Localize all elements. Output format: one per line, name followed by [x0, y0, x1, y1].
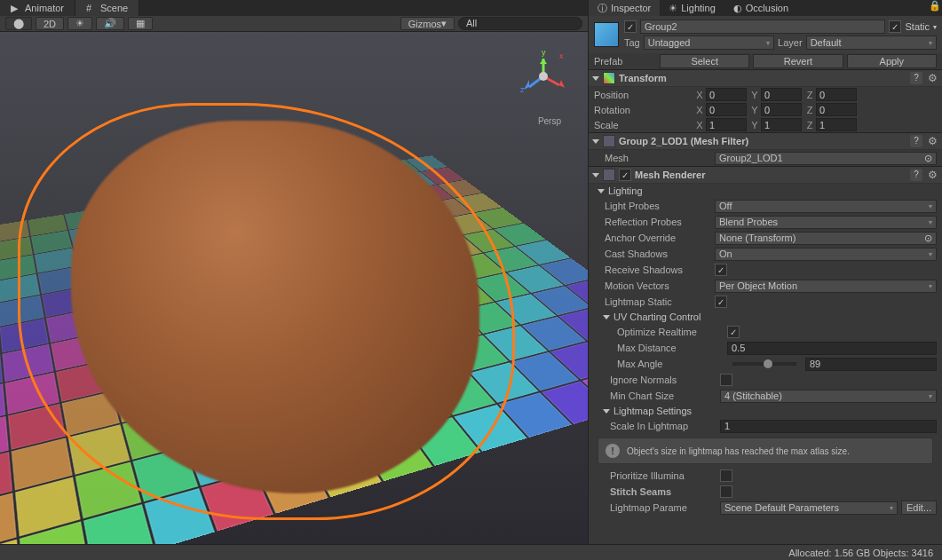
renderer-icon	[603, 169, 615, 181]
optrt-checkbox[interactable]	[727, 326, 740, 338]
maxdist-field[interactable]	[727, 342, 937, 355]
recvshadows-checkbox[interactable]	[715, 264, 727, 276]
lm-foldout[interactable]	[603, 409, 610, 414]
ignnorm-checkbox[interactable]	[720, 374, 732, 386]
warn-text: Object's size in lightmap has reached th…	[627, 446, 850, 456]
mesh-picker-icon[interactable]: ⊙	[924, 153, 932, 164]
pos-y-ax: Y	[748, 90, 761, 100]
rotation-label: Rotation	[594, 105, 692, 115]
prefab-apply-button[interactable]: Apply	[847, 54, 937, 68]
castshadows-label: Cast Shadows	[605, 248, 711, 259]
prefab-revert-button[interactable]: Revert	[753, 54, 843, 68]
prefab-apply-label: Apply	[880, 56, 905, 67]
animator-icon: ▶	[11, 3, 21, 13]
shaded-dropdown[interactable]: ⬤	[5, 17, 32, 30]
prefab-select-button[interactable]: Select	[660, 54, 749, 68]
scene-viewport[interactable]: x y z Persp	[0, 32, 588, 544]
tag-dropdown[interactable]: Untagged	[644, 35, 774, 50]
lighting-toggle[interactable]: ☀	[67, 17, 92, 30]
fx-dropdown[interactable]: ▦	[128, 17, 153, 30]
inspector-lock[interactable]: 🔒	[928, 0, 942, 14]
projection-label[interactable]: Persp	[538, 116, 561, 126]
tab-inspector[interactable]: ⓘInspector	[589, 0, 660, 16]
transform-title: Transform	[619, 73, 906, 83]
lmparams-dropdown[interactable]: Scene Default Parameters	[720, 501, 898, 515]
transform-foldout[interactable]	[592, 76, 599, 81]
prio-label: Prioritize Illumina	[610, 470, 716, 481]
scene-search[interactable]: All	[458, 17, 582, 30]
lightprobes-label: Light Probes	[605, 201, 711, 211]
active-checkbox[interactable]	[624, 20, 637, 33]
lightprobes-dropdown[interactable]: Off	[715, 200, 937, 213]
rotation-x[interactable]	[706, 103, 747, 116]
position-x[interactable]	[706, 88, 747, 101]
scl-x-ax: X	[693, 120, 706, 130]
rotation-z[interactable]	[816, 103, 857, 116]
prio-checkbox[interactable]	[720, 469, 732, 482]
renderer-menu[interactable]: ⚙	[926, 169, 938, 181]
status-bar: Allocated: 1.56 GB Objects: 3416	[0, 544, 942, 560]
lighting-section-label: Lighting	[608, 185, 643, 196]
tab-occlusion[interactable]: ◐Occlusion	[724, 0, 797, 16]
castshadows-value: On	[719, 248, 732, 259]
renderer-help[interactable]: ?	[910, 169, 922, 181]
maxangle-slider[interactable]	[732, 362, 796, 366]
scl-y-ax: Y	[748, 120, 761, 130]
refprobes-label: Reflection Probes	[605, 217, 711, 227]
lmparams-label: Lightmap Parame	[610, 502, 716, 513]
position-label: Position	[594, 90, 692, 100]
minchart-dropdown[interactable]: 4 (Stitchable)	[720, 390, 937, 403]
layer-dropdown[interactable]: Default	[806, 35, 937, 50]
scale-x[interactable]	[706, 118, 747, 131]
gizmos-dropdown[interactable]: Gizmos ▾	[400, 17, 455, 30]
lmparams-edit-button[interactable]: Edit...	[901, 501, 937, 515]
transform-menu[interactable]: ⚙	[926, 72, 938, 84]
ignnorm-label: Ignore Normals	[610, 375, 716, 385]
orientation-gizmo[interactable]: x y z	[517, 50, 570, 103]
lm-section-label: Lightmap Settings	[613, 406, 692, 416]
renderer-foldout[interactable]	[592, 173, 599, 177]
svg-point-6	[539, 72, 548, 81]
renderer-title: Mesh Renderer	[635, 170, 906, 180]
tab-animator[interactable]: ▶ Animator	[0, 0, 75, 16]
renderer-enabled[interactable]	[619, 169, 631, 181]
scalelm-label: Scale In Lightmap	[610, 421, 716, 431]
axis-x-label: x	[559, 51, 564, 60]
static-dropdown-arrow[interactable]: ▾	[933, 23, 937, 31]
scale-y[interactable]	[761, 118, 802, 131]
tag-value: Untagged	[648, 37, 691, 48]
tab-scene[interactable]: # Scene	[75, 0, 139, 16]
stitch-checkbox[interactable]	[720, 485, 732, 498]
mesh-label: Mesh	[605, 153, 711, 163]
maxangle-field[interactable]	[805, 358, 937, 371]
transform-help[interactable]: ?	[910, 72, 922, 84]
scale-z[interactable]	[816, 118, 857, 131]
meshfilter-menu[interactable]: ⚙	[926, 135, 938, 147]
refprobes-dropdown[interactable]: Blend Probes	[715, 216, 937, 229]
castshadows-dropdown[interactable]: On	[715, 248, 937, 261]
static-checkbox[interactable]	[889, 20, 901, 33]
anchor-field[interactable]: None (Transform)⊙	[715, 232, 937, 245]
refprobes-value: Blend Probes	[719, 217, 778, 227]
uv-foldout[interactable]	[603, 315, 610, 319]
position-y[interactable]	[761, 88, 802, 101]
lmstatic-checkbox[interactable]	[715, 296, 727, 308]
object-name-field[interactable]	[640, 20, 885, 34]
meshfilter-foldout[interactable]	[592, 139, 599, 144]
audio-toggle[interactable]: 🔊	[96, 17, 124, 30]
mode-2d-button[interactable]: 2D	[36, 17, 64, 30]
position-z[interactable]	[816, 88, 857, 101]
mesh-field[interactable]: Group2_LOD1⊙	[715, 152, 937, 165]
gameobject-icon[interactable]	[594, 22, 619, 47]
lighting-foldout[interactable]	[598, 189, 605, 193]
rotation-y[interactable]	[761, 103, 802, 116]
pos-x-ax: X	[693, 90, 706, 100]
anchor-picker-icon[interactable]: ⊙	[924, 233, 932, 244]
tab-lighting[interactable]: ☀Lighting	[660, 0, 724, 16]
mesh-value: Group2_LOD1	[719, 153, 783, 163]
meshfilter-help[interactable]: ?	[910, 135, 922, 147]
scalelm-field[interactable]	[720, 420, 937, 433]
motionvec-dropdown[interactable]: Per Object Motion	[715, 280, 937, 293]
minchart-label: Min Chart Size	[610, 390, 716, 401]
static-label: Static	[905, 21, 930, 32]
